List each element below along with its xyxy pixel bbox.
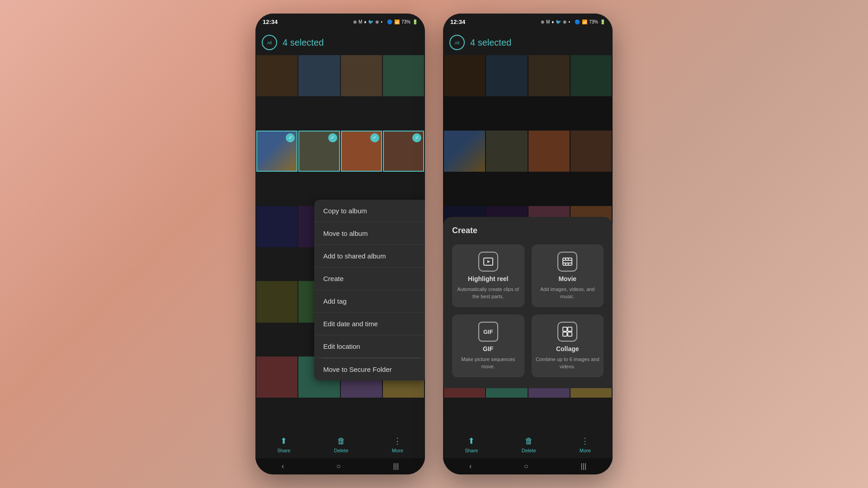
- select-indicator: ✓: [328, 133, 337, 142]
- menu-item-edit-location[interactable]: Edit location: [314, 335, 425, 358]
- menu-item-add-to-shared[interactable]: Add to shared album: [314, 245, 425, 267]
- share-label: Share: [277, 448, 290, 453]
- photo-cell[interactable]: [256, 281, 297, 322]
- svg-rect-11: [563, 332, 567, 336]
- menu-item-move-to-album[interactable]: Move to album: [314, 222, 425, 245]
- create-collage[interactable]: Collage Combine up to 6 images and video…: [532, 314, 604, 377]
- svg-rect-2: [563, 258, 572, 265]
- photo-area-left: ✓ ✓ ✓ ✓: [255, 55, 425, 431]
- svg-marker-1: [487, 260, 490, 263]
- select-indicator: ✓: [412, 133, 421, 142]
- home-button[interactable]: ○: [336, 462, 341, 470]
- delete-icon: 🗑: [337, 436, 345, 446]
- collage-desc: Combine up to 6 images and videos.: [535, 356, 600, 370]
- photo-cell[interactable]: ✓: [256, 131, 297, 172]
- menu-item-copy-to-album[interactable]: Copy to album: [314, 200, 425, 222]
- recents-button-right[interactable]: |||: [581, 462, 586, 470]
- movie-icon: [557, 252, 577, 272]
- collage-icon: [557, 322, 577, 342]
- all-label: All: [267, 41, 272, 45]
- selected-count-left: 4 selected: [283, 38, 324, 48]
- svg-rect-12: [568, 332, 572, 336]
- share-label-right: Share: [465, 448, 478, 453]
- movie-desc: Add images, videos, and music.: [535, 286, 600, 300]
- home-button-right[interactable]: ○: [524, 462, 528, 470]
- movie-title: Movie: [558, 275, 576, 282]
- more-label-right: More: [580, 448, 591, 453]
- right-phone: 12:34 ⊕ M ♦ 🐦 ⊕ • 🔵 📶 73% 🔋 All 4 select…: [443, 14, 613, 474]
- more-label: More: [392, 448, 403, 453]
- collage-title: Collage: [556, 345, 579, 352]
- delete-button[interactable]: 🗑 Delete: [334, 436, 349, 453]
- recents-button[interactable]: |||: [393, 462, 399, 470]
- back-button-right[interactable]: ‹: [469, 462, 472, 470]
- system-nav-left: ‹ ○ |||: [255, 458, 425, 474]
- photo-cell[interactable]: ✓: [383, 131, 424, 172]
- left-phone: 12:34 ⊕ M ♦ 🐦 ⊕ • 🔵 📶 73% 🔋 All 4 select…: [255, 14, 425, 474]
- menu-item-move-secure[interactable]: Move to Secure Folder: [314, 358, 425, 380]
- delete-icon-right: 🗑: [525, 436, 533, 446]
- select-indicator: ✓: [370, 133, 379, 142]
- all-label-right: All: [455, 41, 459, 45]
- svg-rect-9: [563, 327, 567, 331]
- photo-cell[interactable]: ✓: [298, 131, 340, 172]
- more-button-right[interactable]: ⋮ More: [580, 436, 591, 453]
- highlight-reel-icon: [478, 252, 498, 272]
- delete-label-right: Delete: [522, 448, 536, 453]
- delete-label: Delete: [334, 448, 349, 453]
- menu-item-add-tag[interactable]: Add tag: [314, 290, 425, 313]
- context-menu: Copy to album Move to album Add to share…: [314, 200, 425, 380]
- gif-title: GIF: [483, 345, 493, 352]
- highlight-reel-title: Highlight reel: [468, 275, 508, 282]
- photo-cell[interactable]: ✓: [341, 131, 382, 172]
- bottom-nav-left: ⬆ Share 🗑 Delete ⋮ More: [255, 431, 425, 458]
- create-movie[interactable]: Movie Add images, videos, and music.: [532, 244, 604, 307]
- bottom-nav-right: ⬆ Share 🗑 Delete ⋮ More: [443, 431, 613, 458]
- highlight-reel-desc: Automatically create clips of the best p…: [456, 286, 521, 300]
- gif-desc: Make picture sequences move.: [456, 356, 521, 370]
- photo-cell[interactable]: [341, 55, 382, 96]
- phones-container: 12:34 ⊕ M ♦ 🐦 ⊕ • 🔵 📶 73% 🔋 All 4 select…: [0, 0, 868, 488]
- system-nav-right: ‹ ○ |||: [443, 458, 613, 474]
- more-button[interactable]: ⋮ More: [392, 436, 403, 453]
- top-bar-left: All 4 selected: [255, 30, 425, 55]
- more-icon: ⋮: [393, 436, 401, 446]
- photo-area-right: Create Highlight reel Automatically crea…: [443, 55, 613, 431]
- menu-item-edit-date-time[interactable]: Edit date and time: [314, 313, 425, 335]
- create-gif[interactable]: GIF GIF Make picture sequences move.: [452, 314, 524, 377]
- photo-cell[interactable]: [256, 55, 297, 96]
- share-button[interactable]: ⬆ Share: [277, 436, 290, 453]
- create-options-grid: Highlight reel Automatically create clip…: [452, 244, 604, 377]
- status-bar-right: 12:34 ⊕ M ♦ 🐦 ⊕ • 🔵 📶 73% 🔋: [443, 14, 613, 30]
- select-indicator: ✓: [286, 133, 295, 142]
- menu-item-create[interactable]: Create: [314, 267, 425, 290]
- svg-rect-10: [568, 327, 572, 331]
- create-panel-title: Create: [452, 226, 604, 235]
- status-time-left: 12:34: [263, 19, 278, 25]
- create-panel: Create Highlight reel Automatically crea…: [443, 217, 613, 388]
- status-icons-right: ⊕ M ♦ 🐦 ⊕ • 🔵 📶 73% 🔋: [541, 19, 605, 24]
- selected-count-right: 4 selected: [470, 38, 511, 48]
- select-all-button-right[interactable]: All: [449, 35, 465, 50]
- share-icon-right: ⬆: [468, 436, 475, 446]
- top-bar-right: All 4 selected: [443, 30, 613, 55]
- status-bar-left: 12:34 ⊕ M ♦ 🐦 ⊕ • 🔵 📶 73% 🔋: [255, 14, 425, 30]
- photo-cell[interactable]: [256, 357, 297, 398]
- more-icon-right: ⋮: [581, 436, 589, 446]
- status-icons-left: ⊕ M ♦ 🐦 ⊕ • 🔵 📶 73% 🔋: [353, 19, 418, 24]
- share-button-right[interactable]: ⬆ Share: [465, 436, 478, 453]
- gif-icon: GIF: [478, 322, 498, 342]
- select-all-button[interactable]: All: [262, 35, 277, 50]
- photo-cell[interactable]: [256, 206, 297, 247]
- create-highlight-reel[interactable]: Highlight reel Automatically create clip…: [452, 244, 524, 307]
- share-icon: ⬆: [280, 436, 287, 446]
- photo-cell[interactable]: [383, 55, 424, 96]
- photo-cell[interactable]: [298, 55, 340, 96]
- back-button[interactable]: ‹: [282, 462, 284, 470]
- status-time-right: 12:34: [450, 19, 465, 25]
- delete-button-right[interactable]: 🗑 Delete: [522, 436, 536, 453]
